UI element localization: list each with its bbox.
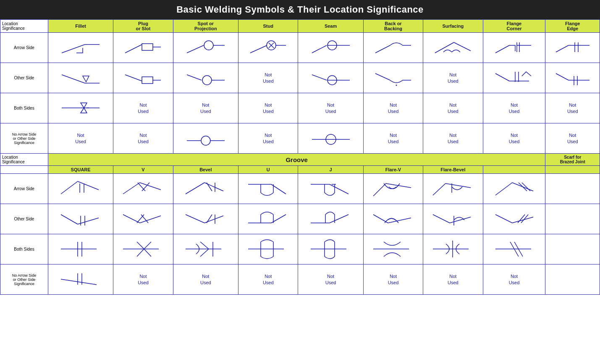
svg-line-111 [330, 215, 348, 223]
seam-arrow-side [298, 33, 363, 63]
scarf-arrow-extra [545, 174, 600, 204]
groove-label-other: Other Side [0, 204, 48, 234]
svg-line-81 [330, 184, 348, 194]
svg-line-134 [200, 249, 209, 257]
u-no-arrow: Not Used [238, 264, 298, 295]
groove-j-header: J [298, 166, 363, 174]
header-fillet: Fillet [48, 20, 113, 33]
groove-sub-spacer [0, 166, 48, 174]
flange-edge-other-side [545, 63, 600, 93]
bevel-both-sides [173, 234, 238, 264]
bevel-other-side [173, 204, 238, 234]
spot-other-side [173, 63, 238, 93]
svg-marker-30 [83, 76, 89, 82]
svg-line-102 [186, 215, 204, 223]
u-both-sides [238, 234, 298, 264]
flarev-both-sides [363, 234, 423, 264]
svg-line-64 [61, 181, 78, 194]
svg-line-132 [200, 242, 209, 249]
svg-line-13 [312, 45, 327, 53]
header-spot: Spot or Projection [173, 20, 238, 33]
stud-both-sides: Not Used [238, 93, 298, 123]
u-arrow-side [238, 174, 298, 204]
flange-corner-other-side [483, 63, 545, 93]
surfacing-arrow-side [423, 33, 483, 63]
header-back: Back or Backing [363, 20, 423, 33]
svg-point-6 [204, 41, 213, 50]
svg-line-129 [137, 249, 144, 257]
scarf-header: Scarf for Brazed Joint [545, 154, 600, 166]
flange-edge-no-arrow: Not Used [545, 123, 600, 154]
groove-location-label: LocationSignificance [0, 154, 48, 166]
svg-point-36 [202, 76, 212, 85]
header-seam: Seam [298, 20, 363, 33]
header-plug: Plug or Slot [113, 20, 173, 33]
surfacing-no-arrow: Not Used [423, 123, 483, 154]
scarf-no-arrow-extra [545, 264, 600, 295]
groove-v-header: V [113, 166, 173, 174]
svg-line-5 [187, 45, 204, 53]
svg-line-2 [125, 45, 142, 53]
j-both-sides [298, 234, 363, 264]
svg-line-32 [125, 75, 142, 81]
svg-marker-55 [81, 108, 87, 113]
seam-other-side [298, 63, 363, 93]
sq-both-sides [48, 234, 113, 264]
groove-label-both: Both Sides [0, 234, 48, 264]
svg-line-90 [495, 183, 512, 195]
svg-line-35 [187, 75, 202, 80]
svg-line-20 [454, 42, 471, 51]
flareb-arrow-side [423, 174, 483, 204]
sq-no-arrow [48, 264, 113, 295]
back-arrow-side [363, 33, 423, 63]
flarev-arrow-side [363, 174, 423, 204]
back-other-side [363, 63, 423, 93]
v-arrow-side [113, 174, 173, 204]
label-arrow-side: Arrow Side [0, 33, 48, 63]
svg-line-98 [123, 215, 140, 223]
svg-line-127 [137, 242, 144, 249]
page-wrapper: Basic Welding Symbols & Their Location S… [0, 0, 600, 364]
groove-scarf-sub2 [545, 166, 600, 174]
svg-line-42 [375, 73, 390, 80]
sq-arrow-side [48, 174, 113, 204]
svg-line-74 [207, 183, 212, 191]
v-both-sides [113, 234, 173, 264]
spot-no-arrow [173, 123, 238, 154]
flange-edge-arrow-side [545, 33, 600, 63]
sq-other-side [48, 204, 113, 234]
bevel-no-arrow: Not Used [173, 264, 238, 295]
label-both-sides: Both Sides [0, 93, 48, 123]
scarf-both-extra [545, 234, 600, 264]
svg-line-116 [433, 215, 450, 223]
header-flange-corner: Flange Corner [483, 20, 545, 33]
svg-line-101 [141, 215, 148, 223]
plug-no-arrow: Not Used [113, 123, 173, 154]
scarf-arrow-side [483, 174, 545, 204]
svg-line-121 [518, 215, 525, 223]
flareb-other-side [423, 204, 483, 234]
svg-line-88 [445, 183, 471, 188]
header-location: Location Significance [0, 20, 48, 33]
surfacing-other-side: Not Used [423, 63, 483, 93]
v-other-side [113, 204, 173, 234]
svg-point-44 [396, 85, 397, 86]
svg-line-120 [512, 217, 533, 223]
groove-header: Groove [48, 154, 545, 166]
svg-line-25 [556, 45, 569, 52]
scarf-other-side [483, 204, 545, 234]
svg-line-72 [186, 183, 204, 194]
svg-line-17 [375, 45, 390, 53]
j-arrow-side [298, 174, 363, 204]
seam-both-sides: Not Used [298, 93, 363, 123]
groove-label-no-arrow: No Arrow Side or Other Side Significance [0, 264, 48, 295]
page-title: Basic Welding Symbols & Their Location S… [0, 0, 600, 19]
svg-line-130 [144, 249, 151, 257]
back-no-arrow: Not Used [363, 123, 423, 154]
groove-flarev-header: Flare-V [363, 166, 423, 174]
stud-other-side: Not Used [238, 63, 298, 93]
header-stud: Stud [238, 20, 298, 33]
svg-line-68 [123, 183, 140, 194]
j-no-arrow: Not Used [298, 264, 363, 295]
svg-line-38 [312, 75, 327, 80]
